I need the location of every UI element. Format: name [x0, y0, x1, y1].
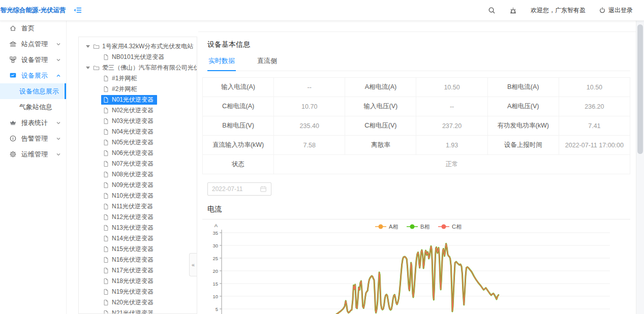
sidebar-label: 首页	[21, 24, 35, 33]
tree-device[interactable]: #2并网柜	[79, 84, 197, 95]
tree-collapse-handle[interactable]: «	[189, 253, 197, 276]
tree-device[interactable]: N10光伏逆变器	[79, 191, 197, 201]
tab-dc-side[interactable]: 直流侧	[256, 56, 278, 71]
crown-icon	[9, 119, 17, 127]
tree-device[interactable]: N11光伏逆变器	[79, 201, 197, 212]
chevron-down-icon	[56, 152, 61, 157]
chevron-down-icon	[56, 42, 61, 47]
gear-icon	[9, 150, 17, 158]
tree-device[interactable]: N04光伏逆变器	[79, 127, 197, 137]
field-value: 10.70	[274, 97, 345, 116]
field-label: 有功发电功率(kW)	[487, 116, 559, 136]
field-label: 输入电流(A)	[203, 78, 274, 97]
svg-text:15: 15	[212, 281, 218, 287]
field-label: A相电压(V)	[487, 97, 559, 116]
logout-label: 退出登录	[608, 6, 633, 15]
legend-label[interactable]: A相	[389, 224, 398, 230]
tree-station[interactable]: 爱三（佛山）汽车部件有限公司光伏发	[79, 62, 197, 73]
table-row: B相电压(V)235.40C相电压(V)237.20有功发电功率(kW)7.41	[203, 116, 630, 136]
field-value: 1.93	[416, 136, 487, 155]
series-A相	[222, 244, 499, 314]
tree-device[interactable]: N17光伏逆变器	[79, 265, 197, 276]
field-value: 7.58	[274, 136, 345, 155]
field-label: 直流输入功率(kW)	[203, 136, 274, 155]
alarm-icon[interactable]	[509, 6, 517, 15]
field-label: C相电流(A)	[203, 97, 274, 116]
search-icon[interactable]	[488, 7, 496, 14]
date-picker[interactable]: 2022-07-11	[207, 182, 271, 196]
tree-device-selected[interactable]: N01光伏逆变器	[79, 95, 197, 105]
tree-device[interactable]: NB0101光伏逆变器	[79, 52, 197, 62]
tree-device[interactable]: N03光伏逆变器	[79, 116, 197, 127]
svg-text:35: 35	[212, 230, 218, 236]
caret-down-icon[interactable]	[86, 45, 90, 48]
field-label: B相电压(V)	[203, 116, 274, 136]
chevron-down-icon	[56, 57, 61, 62]
app-root: 智光综合能源-光伏运营 欢迎您，广东智有盈 退出登录 首页 站点管理	[0, 0, 644, 314]
sidebar-item-device-display[interactable]: 设备展示	[0, 68, 66, 83]
svg-text:25: 25	[212, 256, 218, 261]
logout-button[interactable]: 退出登录	[599, 6, 633, 15]
sidebar-label: 站点管理	[21, 40, 48, 49]
caret-down-icon[interactable]	[86, 67, 90, 69]
field-label: B相电流(A)	[487, 78, 559, 97]
tree-device[interactable]: N18光伏逆变器	[79, 276, 197, 287]
legend-label[interactable]: C相	[452, 224, 462, 230]
field-value: 236.20	[559, 97, 630, 116]
tree-device[interactable]: N12光伏逆变器	[79, 212, 197, 223]
tree-device[interactable]: N06光伏逆变器	[79, 148, 197, 159]
field-value: 2022-07-11 17:00:00	[559, 136, 630, 155]
field-value: 7.41	[559, 116, 630, 136]
svg-text:5: 5	[216, 306, 218, 312]
sidebar-item-operations[interactable]: 运维管理	[0, 146, 66, 162]
main-panel: 设备基本信息 实时数据 直流侧 输入电流(A)--A相电流(A)10.50B相电…	[198, 20, 636, 314]
legend-label[interactable]: B相	[420, 224, 430, 230]
device-tree: 1号家用4.32kW分布式光伏发电站NB0101光伏逆变器爱三（佛山）汽车部件有…	[79, 37, 197, 314]
tree-device[interactable]: N14光伏逆变器	[79, 233, 197, 244]
field-label: 输入电压(V)	[345, 97, 416, 116]
tree-device[interactable]: N08光伏逆变器	[79, 169, 197, 180]
tree-device[interactable]: N05光伏逆变器	[79, 137, 197, 148]
header-right: 欢迎您，广东智有盈 退出登录	[488, 6, 644, 15]
sidebar-item-home[interactable]: 首页	[0, 20, 66, 36]
tree-device[interactable]: N09光伏逆变器	[79, 180, 197, 191]
device-info-table: 输入电流(A)--A相电流(A)10.50B相电流(A)10.50C相电流(A)…	[202, 77, 630, 174]
sidebar-item-sites[interactable]: 站点管理	[0, 36, 66, 52]
tree-device[interactable]: N07光伏逆变器	[79, 159, 197, 169]
sidebar-item-devices[interactable]: 设备管理	[0, 52, 66, 68]
sidebar-item-reports[interactable]: 报表统计	[0, 115, 66, 131]
menu-fold-icon[interactable]	[73, 6, 82, 15]
display-icon	[9, 72, 17, 79]
legend-dot[interactable]	[442, 225, 446, 229]
logout-icon	[599, 7, 606, 14]
sidebar-item-device-info-display[interactable]: 设备信息展示	[0, 83, 66, 99]
info-circle-icon	[9, 135, 17, 142]
tree-station[interactable]: 1号家用4.32kW分布式光伏发电站	[79, 41, 197, 52]
vertical-scrollbar[interactable]	[636, 20, 644, 314]
sidebar-label: 设备展示	[21, 71, 48, 80]
top-header: 智光综合能源-光伏运营 欢迎您，广东智有盈 退出登录	[0, 0, 644, 21]
cluster-icon	[9, 56, 17, 64]
tree-device[interactable]: N02光伏逆变器	[79, 105, 197, 116]
tree-device[interactable]: N19光伏逆变器	[79, 287, 197, 297]
tree-device[interactable]: N16光伏逆变器	[79, 255, 197, 265]
field-value: --	[274, 78, 345, 97]
tab-realtime-data[interactable]: 实时数据	[207, 56, 236, 71]
tree-device[interactable]: N15光伏逆变器	[79, 244, 197, 255]
app-logo[interactable]: 智光综合能源-光伏运营	[0, 6, 66, 15]
field-label: A相电流(A)	[345, 78, 416, 97]
table-row: C相电流(A)10.70输入电压(V)--A相电压(V)236.20	[203, 97, 630, 116]
legend-dot[interactable]	[410, 225, 415, 229]
field-value: 正常	[274, 155, 630, 174]
legend-dot[interactable]	[379, 225, 383, 229]
chart-title: 电流	[207, 205, 630, 214]
scrollbar-thumb[interactable]	[637, 24, 643, 154]
tree-device[interactable]: N13光伏逆变器	[79, 223, 197, 233]
tree-device[interactable]: N20光伏逆变器	[79, 297, 197, 308]
sidebar-item-weather-station[interactable]: 气象站信息	[0, 99, 66, 115]
tree-device[interactable]: N21光伏逆变器	[79, 308, 197, 314]
device-info-card: 设备基本信息 实时数据 直流侧 输入电流(A)--A相电流(A)10.50B相电…	[198, 32, 636, 314]
tree-device[interactable]: #1并网柜	[79, 73, 197, 84]
sidebar-label: 报表统计	[21, 118, 48, 128]
sidebar-item-alarms[interactable]: 告警管理	[0, 131, 66, 146]
